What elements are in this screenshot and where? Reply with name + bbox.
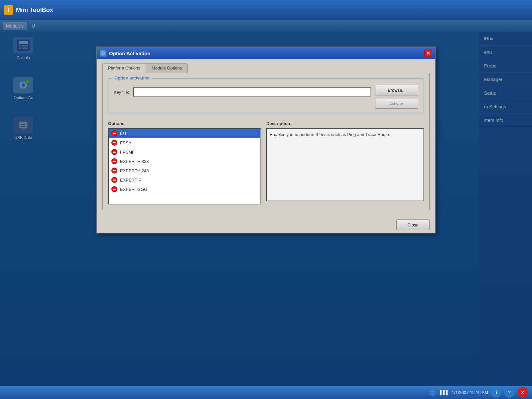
tab-platform-options[interactable]: Platform Options bbox=[102, 63, 146, 73]
key-file-label: Key file: bbox=[114, 90, 129, 95]
options-listbox[interactable]: IPTFPSAFPSMFEXPERTH.323EXPERTH.248EXPERT… bbox=[108, 128, 261, 204]
signal-bars: ▌▌▌ bbox=[440, 390, 449, 395]
modal-overlay: Option Activation ✕ Platform Options Mod… bbox=[0, 20, 532, 399]
option-activation-group: Option activation Key file: Browse... A bbox=[108, 78, 424, 114]
no-entry-icon bbox=[111, 130, 117, 136]
exit-button[interactable]: ✕ bbox=[517, 387, 528, 398]
option-activation-legend: Option activation bbox=[112, 75, 152, 80]
help-button[interactable]: ? bbox=[504, 387, 515, 398]
options-section: Options: IPTFPSAFPSMFEXPERTH.323EXPERTH.… bbox=[108, 121, 424, 204]
status-globe-icon bbox=[428, 388, 437, 397]
tab-module-options[interactable]: Module Options bbox=[146, 63, 188, 73]
list-item[interactable]: EXPERTH.248 bbox=[109, 166, 260, 175]
dialog-titlebar: Option Activation ✕ bbox=[97, 47, 435, 59]
no-entry-icon bbox=[111, 140, 117, 146]
tab-content: Option activation Key file: Browse... A bbox=[102, 73, 430, 210]
no-entry-icon bbox=[111, 177, 117, 183]
app-title: Mini ToolBox bbox=[16, 7, 53, 14]
datetime: 1/1/2007 12:15 AM bbox=[452, 390, 488, 395]
no-entry-icon bbox=[111, 158, 117, 164]
dialog-title: Option Activation bbox=[109, 51, 422, 56]
no-entry-icon bbox=[111, 149, 117, 155]
key-file-row: Key file: bbox=[114, 87, 371, 97]
dialog-body: Platform Options Module Options Option a… bbox=[97, 59, 435, 215]
dialog-icon bbox=[100, 50, 106, 57]
description-label: Description: bbox=[266, 121, 424, 126]
status-icons: ℹ ? ✕ bbox=[491, 387, 528, 398]
description-container: Description: Enables you to perform IP t… bbox=[266, 121, 424, 204]
top-bar: T Mini ToolBox bbox=[0, 0, 532, 20]
list-item[interactable]: FPSA bbox=[109, 138, 260, 147]
close-button[interactable]: Close bbox=[396, 219, 430, 230]
activate-button[interactable]: Activate bbox=[375, 98, 418, 109]
info-button[interactable]: ℹ bbox=[491, 387, 501, 398]
options-list-container: Options: IPTFPSAFPSMFEXPERTH.323EXPERTH.… bbox=[108, 121, 261, 204]
action-buttons: Browse... Activate bbox=[375, 85, 418, 109]
dialog-close-x-button[interactable]: ✕ bbox=[424, 50, 432, 57]
no-entry-icon bbox=[111, 186, 117, 192]
description-box: Enables you to perform IP tests such as … bbox=[266, 128, 424, 201]
status-bar: ▌▌▌ 1/1/2007 12:15 AM ℹ ? ✕ bbox=[0, 386, 532, 399]
list-item[interactable]: EXPERTH.323 bbox=[109, 157, 260, 166]
app-icon: T bbox=[4, 5, 13, 15]
tab-bar: Platform Options Module Options bbox=[102, 63, 430, 73]
option-activation-dialog: Option Activation ✕ Platform Options Mod… bbox=[96, 47, 436, 233]
svg-point-20 bbox=[102, 53, 104, 54]
dialog-footer: Close bbox=[97, 215, 435, 233]
key-file-input[interactable] bbox=[133, 87, 371, 97]
list-item[interactable]: EXPERTIP bbox=[109, 175, 260, 185]
list-item[interactable]: FPSMF bbox=[109, 147, 260, 157]
list-item[interactable]: EXPERTGGG bbox=[109, 185, 260, 194]
list-item[interactable]: IPT bbox=[109, 129, 260, 138]
browse-button[interactable]: Browse... bbox=[375, 85, 418, 95]
main-area: Modules U lBox enu Probe Manager Setup m… bbox=[0, 20, 532, 399]
options-label: Options: bbox=[108, 121, 261, 126]
no-entry-icon bbox=[111, 168, 117, 174]
